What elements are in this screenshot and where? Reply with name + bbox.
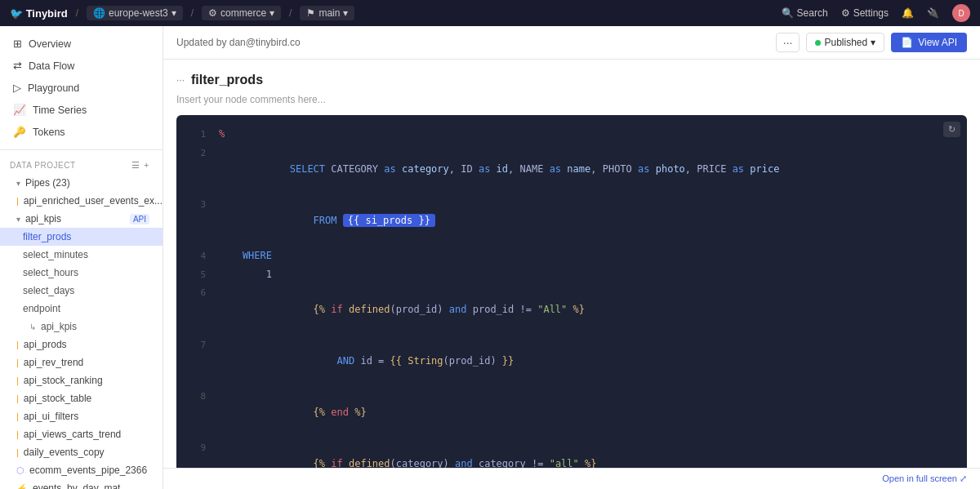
mat-icon1: ⚡ bbox=[16, 483, 28, 490]
search-icon: 🔍 bbox=[782, 7, 794, 19]
sidebar-sub-api-kpis[interactable]: ↳ api_kpis bbox=[0, 318, 163, 336]
pipe-icon7: | bbox=[16, 429, 19, 439]
code-line-2: 2 SELECT CATEGORY as category, ID as id,… bbox=[176, 144, 967, 195]
data-project-header: DATA PROJECT ☰ + bbox=[0, 157, 163, 174]
sidebar-pipe-ecomm-events[interactable]: ⬡ ecomm_events_pipe_2366 bbox=[0, 461, 163, 479]
content-header: Updated by dan@tinybird.co ··· Published… bbox=[163, 26, 980, 60]
code-line-7: 7 AND id = {{ String(prod_id) }} bbox=[176, 336, 967, 387]
view-api-button[interactable]: 📄 View API bbox=[891, 33, 967, 52]
content-body: ··· filter_prods Insert your node commen… bbox=[163, 60, 980, 468]
sep1: / bbox=[76, 7, 78, 19]
pipe-icon5: | bbox=[16, 393, 19, 403]
pipe-icon8: | bbox=[16, 447, 19, 457]
section-header-icons: ☰ + bbox=[131, 160, 149, 171]
sep3: / bbox=[289, 7, 292, 19]
node-title-row: ··· filter_prods bbox=[176, 73, 967, 87]
pipe-group-icon: ▾ bbox=[16, 179, 20, 188]
code-line-9: 9 {% if defined(category) and category !… bbox=[176, 438, 967, 468]
extension-icon[interactable]: 🔌 bbox=[927, 7, 939, 19]
sidebar-item-overview[interactable]: ⊞ Overview bbox=[0, 33, 163, 55]
chevron-down-icon: ▾ bbox=[172, 7, 176, 19]
sidebar-pipe-events-by-day[interactable]: ⚡ events_by_day_mat bbox=[0, 479, 163, 489]
sidebar-node-select-minutes[interactable]: select_minutes bbox=[0, 246, 163, 264]
sidebar-nav: ⊞ Overview ⇄ Data Flow ▷ Playground 📈 Ti… bbox=[0, 26, 163, 150]
topbar-right: 🔍 Search ⚙ Settings 🔔 🔌 D bbox=[782, 4, 970, 22]
avatar: D bbox=[952, 4, 970, 22]
flow-icon: ⇄ bbox=[13, 60, 22, 72]
sidebar-node-select-days[interactable]: select_days bbox=[0, 282, 163, 300]
grid-icon: ⊞ bbox=[13, 38, 22, 50]
code-line-6: 6 {% if defined(prod_id) and prod_id != … bbox=[176, 283, 967, 335]
notification-icon[interactable]: 🔔 bbox=[902, 7, 914, 19]
gear-icon: ⚙ bbox=[841, 7, 850, 19]
published-dot bbox=[815, 40, 821, 46]
topbar-left: 🐦 Tinybird / 🌐 europe-west3 ▾ / ⚙ commer… bbox=[10, 6, 354, 20]
sidebar-pipe-daily-events[interactable]: | daily_events_copy bbox=[0, 443, 163, 461]
content-area: Updated by dan@tinybird.co ··· Published… bbox=[163, 26, 980, 489]
code-line-3: 3 FROM {{ si_prods }} bbox=[176, 195, 967, 247]
add-icon[interactable]: + bbox=[144, 160, 149, 171]
sidebar-item-tokens[interactable]: 🔑 Tokens bbox=[0, 121, 163, 143]
code-editor[interactable]: ↻ 1 % 2 SELECT CATEGORY as category, ID … bbox=[176, 115, 967, 468]
brand-logo[interactable]: 🐦 Tinybird bbox=[10, 7, 68, 20]
sidebar-data-project: DATA PROJECT ☰ + ▾ Pipes (23) | api_enri… bbox=[0, 150, 163, 489]
topbar: 🐦 Tinybird / 🌐 europe-west3 ▾ / ⚙ commer… bbox=[0, 0, 980, 26]
branch-breadcrumb[interactable]: ⚑ main ▾ bbox=[300, 6, 354, 20]
sidebar: ⊞ Overview ⇄ Data Flow ▷ Playground 📈 Ti… bbox=[0, 26, 163, 489]
sidebar-node-select-hours[interactable]: select_hours bbox=[0, 264, 163, 282]
sidebar-pipe-api-kpis[interactable]: ▾ api_kpis API bbox=[0, 210, 163, 228]
node-comment[interactable]: Insert your node comments here... bbox=[176, 94, 967, 105]
chevron-down-icon3: ▾ bbox=[343, 7, 348, 19]
branch-icon: ⚑ bbox=[306, 7, 315, 19]
updated-by: Updated by dan@tinybird.co bbox=[176, 37, 301, 48]
sidebar-pipe-api-ui-filters[interactable]: | api_ui_filters bbox=[0, 407, 163, 425]
sidebar-node-endpoint[interactable]: endpoint bbox=[0, 300, 163, 318]
node-expand-button[interactable]: ··· bbox=[176, 74, 185, 86]
region-breadcrumb[interactable]: 🌐 europe-west3 ▾ bbox=[87, 6, 183, 20]
pipe-icon4: | bbox=[16, 376, 19, 385]
sidebar-pipe-api-rev-trend[interactable]: | api_rev_trend bbox=[0, 353, 163, 371]
more-options-button[interactable]: ··· bbox=[776, 33, 800, 52]
code-refresh-button[interactable]: ↻ bbox=[943, 122, 960, 137]
settings-button[interactable]: ⚙ Settings bbox=[841, 7, 889, 19]
play-icon: ▷ bbox=[13, 82, 21, 94]
sidebar-pipe-api-views-carts[interactable]: | api_views_carts_trend bbox=[0, 425, 163, 443]
api-kpis-badge: API bbox=[130, 214, 149, 224]
content-header-actions: ··· Published ▾ 📄 View API bbox=[776, 33, 967, 52]
chevron-down-icon4: ▾ bbox=[871, 37, 875, 48]
code-line-5: 5 1 bbox=[176, 265, 967, 284]
sidebar-pipe-api-prods[interactable]: | api_prods bbox=[0, 336, 163, 353]
sidebar-pipe-api-enriched[interactable]: | api_enriched_user_events_ex... bbox=[0, 192, 163, 210]
code-line-4: 4 WHERE bbox=[176, 247, 967, 265]
pipe-icon2: | bbox=[16, 340, 19, 349]
sidebar-node-filter-prods[interactable]: filter_prods bbox=[0, 228, 163, 246]
chart-icon: 📈 bbox=[13, 104, 26, 116]
eye-icon: 📄 bbox=[901, 37, 913, 48]
pipe-icon3: | bbox=[16, 358, 19, 367]
code-line-8: 8 {% end %} bbox=[176, 387, 967, 438]
region-icon: 🌐 bbox=[93, 7, 105, 19]
published-button[interactable]: Published ▾ bbox=[806, 33, 884, 52]
open-fullscreen-button[interactable]: Open in full screen ⤢ bbox=[882, 473, 967, 484]
sidebar-item-playground[interactable]: ▷ Playground bbox=[0, 77, 163, 99]
arrow-icon: ↳ bbox=[29, 322, 36, 331]
sidebar-item-time-series[interactable]: 📈 Time Series bbox=[0, 99, 163, 121]
content-footer: Open in full screen ⤢ bbox=[163, 468, 980, 489]
project-icon: ⚙ bbox=[208, 7, 217, 19]
pipe-icon: | bbox=[16, 196, 19, 206]
sidebar-pipe-api-stock-table[interactable]: | api_stock_table bbox=[0, 389, 163, 407]
page-title: filter_prods bbox=[191, 73, 263, 87]
sidebar-pipe-api-stock-ranking[interactable]: | api_stock_ranking bbox=[0, 371, 163, 389]
list-icon[interactable]: ☰ bbox=[131, 160, 140, 171]
key-icon: 🔑 bbox=[13, 126, 26, 138]
code-line-1: 1 % bbox=[176, 125, 967, 144]
chevron-down-icon: ▾ bbox=[16, 215, 20, 224]
pipe-icon9: ⬡ bbox=[16, 465, 24, 476]
chevron-down-icon2: ▾ bbox=[270, 7, 274, 19]
sidebar-item-data-flow[interactable]: ⇄ Data Flow bbox=[0, 55, 163, 77]
search-button[interactable]: 🔍 Search bbox=[782, 7, 828, 19]
sidebar-pipes-header[interactable]: ▾ Pipes (23) bbox=[0, 174, 163, 192]
project-breadcrumb[interactable]: ⚙ commerce ▾ bbox=[202, 6, 281, 20]
sep2: / bbox=[191, 7, 194, 19]
pipe-icon6: | bbox=[16, 411, 19, 421]
